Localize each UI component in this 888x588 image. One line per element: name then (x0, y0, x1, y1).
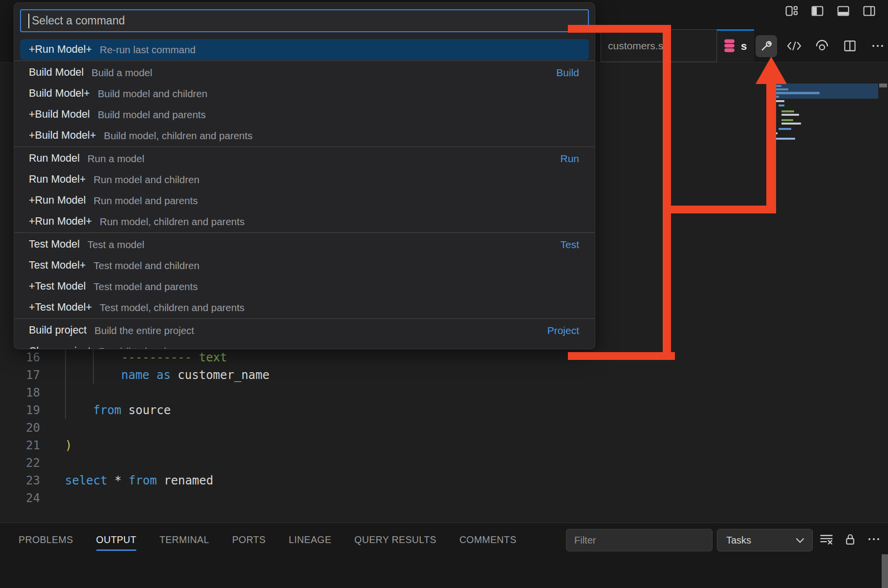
panel-tabs: PROBLEMSOUTPUTTERMINALPORTSLINEAGEQUERY … (19, 534, 517, 551)
database-icon (723, 39, 736, 55)
line-text: select * from renamed (65, 472, 213, 489)
command-palette: +Run Model+Re-run last commandBuild Mode… (14, 2, 595, 349)
command-input[interactable] (20, 9, 589, 32)
code-line[interactable]: 23select * from renamed (0, 472, 586, 489)
palette-row-label: +Build Model (29, 108, 90, 121)
code-line[interactable]: 16---------- text (0, 349, 586, 366)
line-number: 16 (0, 349, 40, 366)
annotation-rect-top (568, 25, 671, 33)
minimap-line (779, 105, 784, 106)
line-number: 24 (0, 489, 40, 507)
minimap-line (781, 110, 794, 112)
chevron-down-icon (796, 535, 804, 546)
palette-row-description: Run model and parents (94, 195, 198, 207)
panel-tab-comments[interactable]: COMMENTS (459, 534, 517, 551)
clear-output-icon[interactable] (819, 532, 834, 548)
palette-row[interactable]: Build ModelBuild a modelBuild (20, 62, 589, 83)
palette-row[interactable]: Run Model+Run model and children (20, 169, 589, 190)
lock-icon[interactable] (844, 532, 857, 548)
line-number: 20 (0, 419, 40, 437)
palette-row-label: Build Model (29, 66, 84, 79)
palette-row[interactable]: Build Model+Build model and children (20, 83, 589, 104)
code-line[interactable]: 22 (0, 454, 586, 472)
toggle-primary-sidebar-icon[interactable] (810, 4, 824, 18)
tasks-dropdown-label: Tasks (726, 535, 751, 546)
customize-layout-icon[interactable] (784, 4, 799, 18)
filter-input[interactable] (566, 529, 713, 551)
line-text: ---------- text (121, 349, 227, 366)
command-list: +Run Model+Re-run last commandBuild Mode… (14, 39, 595, 349)
code-line[interactable]: 21) (0, 437, 586, 454)
code-line[interactable]: 20 (0, 419, 586, 437)
palette-row[interactable]: +Run Model+Run model, children and paren… (20, 211, 589, 232)
line-text: name as customer_name (121, 366, 269, 384)
palette-row[interactable]: Run ModelRun a modelRun (20, 148, 589, 169)
panel-tab-lineage[interactable]: LINEAGE (289, 534, 331, 551)
minimap-line (779, 128, 791, 130)
palette-row-label: Build project (29, 324, 87, 336)
tab-customers-sql-active[interactable]: s (717, 29, 754, 62)
more-actions-icon[interactable] (867, 35, 888, 57)
palette-row[interactable]: +Test Model+Test model, children and par… (20, 297, 589, 318)
palette-separator (14, 232, 595, 234)
palette-separator (14, 146, 595, 148)
palette-row[interactable]: +Test ModelTest model and parents (20, 276, 589, 297)
minimap-line (776, 96, 779, 98)
minimap[interactable] (773, 84, 878, 149)
code-line[interactable]: 24 (0, 489, 586, 507)
palette-row-description: Test a model (87, 239, 144, 251)
palette-row-description: Build the entire project (94, 325, 194, 336)
code-line[interactable]: 19from source (0, 401, 586, 419)
line-text: ) (65, 437, 72, 454)
vscode-window: customers.sql s (0, 0, 888, 588)
toggle-secondary-sidebar-icon[interactable] (862, 4, 876, 18)
panel-tab-query-results[interactable]: QUERY RESULTS (354, 534, 436, 551)
annotation-connector (671, 206, 776, 213)
palette-row-description: Run a model (87, 153, 144, 165)
minimap-line (781, 114, 799, 116)
palette-row[interactable]: +Run Model+Re-run last command (20, 39, 589, 60)
tab-label-truncated: s (741, 40, 747, 53)
panel-tab-output[interactable]: OUTPUT (96, 534, 137, 551)
palette-separator (14, 60, 595, 62)
text-caret (28, 14, 29, 28)
palette-row[interactable]: Clean projectRun `dbt clean` (20, 341, 589, 349)
palette-row[interactable]: +Run ModelRun model and parents (20, 190, 589, 211)
annotation-arrow-shaft (766, 82, 776, 213)
palette-row-label: +Build Model+ (29, 129, 96, 142)
palette-row[interactable]: Test ModelTest a modelTest (20, 234, 589, 255)
palette-row[interactable]: +Build Model+Build model, children and p… (20, 125, 589, 146)
code-line[interactable]: 17name as customer_name (0, 366, 586, 384)
line-number: 18 (0, 384, 40, 401)
minimap-selection (773, 84, 878, 99)
minimap-line (776, 100, 784, 102)
palette-row[interactable]: Build projectBuild the entire projectPro… (20, 320, 589, 341)
scrollbar-thumb[interactable] (882, 554, 888, 588)
code-icon[interactable] (783, 35, 805, 57)
panel-tab-problems[interactable]: PROBLEMS (19, 534, 73, 551)
palette-row-tag: Build (556, 67, 579, 79)
split-editor-icon[interactable] (839, 35, 861, 57)
wrench-icon[interactable] (756, 35, 777, 57)
palette-row[interactable]: +Build ModelBuild model and parents (20, 104, 589, 125)
annotation-rect-bottom (568, 352, 675, 360)
tasks-dropdown[interactable]: Tasks (717, 529, 813, 551)
palette-row-description: Test model and children (94, 260, 200, 272)
preview-icon[interactable] (811, 35, 833, 57)
palette-row-label: Test Model+ (29, 259, 86, 272)
palette-row-tag: Test (560, 239, 579, 251)
palette-row-description: Run model and children (94, 174, 200, 186)
line-number: 21 (0, 437, 40, 454)
tab-customers-sql[interactable]: customers.sql (601, 29, 717, 62)
toggle-panel-icon[interactable] (836, 4, 850, 18)
palette-row[interactable]: Test Model+Test model and children (20, 255, 589, 276)
minimap-line (781, 119, 793, 121)
palette-row-label: Run Model+ (29, 173, 86, 186)
palette-row-description: Run model, children and parents (100, 216, 244, 228)
bottom-panel: PROBLEMSOUTPUTTERMINALPORTSLINEAGEQUERY … (0, 523, 888, 588)
panel-tab-ports[interactable]: PORTS (232, 534, 266, 551)
panel-action-icons (819, 529, 881, 551)
panel-tab-terminal[interactable]: TERMINAL (159, 534, 209, 551)
more-actions-icon[interactable] (866, 532, 881, 548)
code-line[interactable]: 18 (0, 384, 586, 401)
